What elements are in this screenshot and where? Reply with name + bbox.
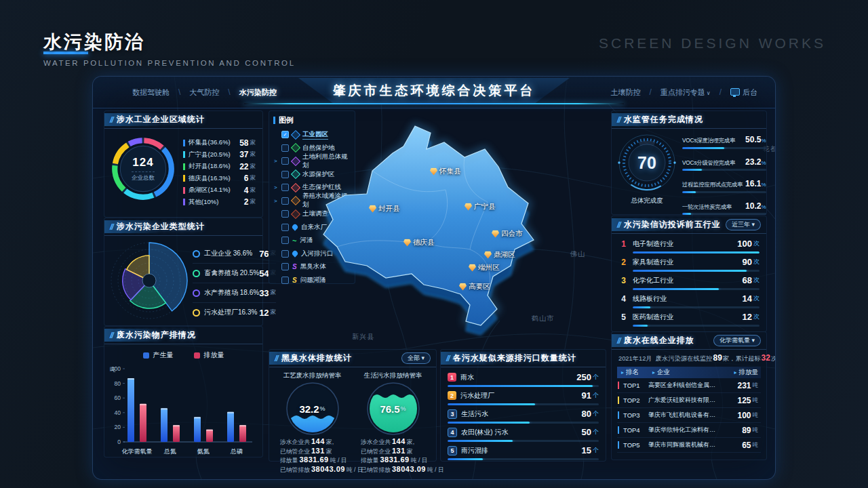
legend-value: 76 bbox=[259, 249, 269, 259]
rank-color-tick bbox=[618, 382, 619, 389]
legend-unit: 家 bbox=[250, 174, 256, 182]
map-marker-端州区[interactable]: 端州区 bbox=[469, 263, 500, 272]
online-table-header: ▸排名 ▸企业 ▸排放量 bbox=[617, 367, 761, 378]
nav-item-data-cockpit[interactable]: 数据驾驶舱 bbox=[132, 87, 170, 98]
company-cell: 肇庆市飞虹机电设备有限公司 bbox=[648, 411, 719, 420]
checkbox-checked[interactable]: ✓ bbox=[281, 131, 289, 138]
stat-line: 排放量3831.69吨 / 日 bbox=[280, 455, 353, 465]
svg-text:吨: 吨 bbox=[110, 366, 116, 373]
rank-color-tick bbox=[618, 411, 619, 419]
legend-color-tick bbox=[183, 187, 185, 194]
rank-badge: 2 bbox=[448, 391, 456, 400]
checkbox[interactable] bbox=[281, 157, 289, 165]
river-curve-icon: ~ bbox=[292, 238, 296, 243]
stat-label: 排放量 bbox=[361, 457, 378, 464]
bar-fill bbox=[633, 270, 747, 272]
stat-suffix: 家 bbox=[407, 448, 413, 455]
checkbox[interactable] bbox=[281, 171, 289, 178]
region-total-label: 企业总数 bbox=[132, 171, 155, 182]
map-marker-四会市[interactable]: 四会市 bbox=[492, 229, 523, 239]
stat-suffix: 吨 / 日 bbox=[411, 457, 428, 464]
bar-fill bbox=[633, 325, 648, 327]
stat-label: 已纳管企业 bbox=[361, 448, 391, 455]
rank-cell: TOP4 bbox=[617, 426, 648, 434]
task-metrics: VOCs深度治理完成率50.5%VOCs分级管控完成率23.2%过程监控应用试点… bbox=[678, 133, 766, 221]
nav-item-backstage[interactable]: 后台 bbox=[730, 87, 757, 98]
bar-fill bbox=[448, 440, 513, 442]
gauge-value: 70 bbox=[617, 133, 677, 192]
nav-item-air[interactable]: 大气防控 bbox=[189, 87, 219, 98]
rank-number: 3 bbox=[618, 276, 629, 285]
chevron-down-icon: ∨ bbox=[707, 90, 711, 96]
outlet-unit: 个 bbox=[593, 428, 599, 436]
map-marker-怀集县[interactable]: 怀集县 bbox=[430, 167, 461, 176]
checkbox[interactable] bbox=[281, 250, 289, 258]
stat-suffix: 家, bbox=[407, 439, 414, 445]
value-cell: 65吨 bbox=[719, 441, 761, 450]
outlet-row-top: 1雨水250个 bbox=[448, 371, 599, 383]
marker-label: 怀集县 bbox=[439, 167, 461, 176]
legend-name: 水产养殖场 18.6% bbox=[204, 288, 259, 298]
map-marker-封开县[interactable]: 封开县 bbox=[369, 204, 400, 214]
outlet-unit: 个 bbox=[593, 391, 599, 400]
svg-text:60: 60 bbox=[115, 394, 121, 401]
panel-pollutant-stats: //废水污染物产排情况 产生量 排放量 020406080100吨化学需氧量总氮… bbox=[104, 326, 263, 458]
nav-item-soil[interactable]: 土壤防控 bbox=[610, 87, 640, 98]
outlet-value: 91 bbox=[582, 390, 591, 401]
checkbox[interactable] bbox=[281, 237, 289, 244]
checkbox[interactable] bbox=[281, 144, 289, 152]
region-legend-row: 其他(10%)2家 bbox=[183, 197, 256, 209]
checkbox[interactable] bbox=[281, 277, 289, 284]
marker-label: 鼎湖区 bbox=[494, 250, 515, 260]
legend-color-tick bbox=[183, 199, 185, 205]
checkbox[interactable] bbox=[281, 210, 289, 218]
nav-separator: / bbox=[719, 87, 722, 97]
black-water-gauge: 生活污水排放纳管率76.5%涉水企业共144家,已纳管企业131家排放量3831… bbox=[353, 369, 433, 474]
page-title: 肇庆市生态环境综合决策平台 bbox=[333, 82, 536, 100]
panel-title: 黑臭水体排放统计 bbox=[281, 352, 352, 364]
location-pin-icon bbox=[459, 283, 467, 291]
industry-label: 医药制造行业 bbox=[633, 312, 673, 322]
checkbox[interactable] bbox=[281, 263, 289, 270]
checkbox[interactable] bbox=[281, 197, 289, 205]
checkbox[interactable] bbox=[281, 184, 289, 191]
complaints-filter-dropdown[interactable]: 近三年 ▾ bbox=[726, 219, 761, 230]
legend-name: 污水处理厂16.3% bbox=[204, 308, 257, 317]
outlet-value: 250 bbox=[576, 372, 591, 382]
rank-cell: TOP5 bbox=[617, 441, 648, 449]
bar-fill bbox=[682, 213, 691, 215]
task-row-top: VOCs分级管控完成率23.2% bbox=[682, 155, 766, 167]
marker-label: 广宁县 bbox=[474, 202, 496, 211]
stat-suffix: 家 bbox=[326, 448, 332, 455]
value-cell: 231吨 bbox=[719, 381, 761, 390]
stat-label: 涉水企业共 bbox=[361, 439, 391, 445]
area-polygon-icon bbox=[291, 130, 300, 140]
map-marker-高要区[interactable]: 高要区 bbox=[459, 282, 490, 291]
map-marker-德庆县[interactable]: 德庆县 bbox=[403, 238, 435, 247]
outlet-row: 4农田(林业) 污水50个 bbox=[448, 426, 599, 442]
nav-item-key-pollution[interactable]: 重点排污专题∨ bbox=[660, 87, 711, 98]
legend-unit: 家 bbox=[250, 150, 256, 159]
legend-name: 德庆县(16.3%) bbox=[189, 174, 231, 183]
black-water-filter-dropdown[interactable]: 全部 ▾ bbox=[401, 352, 431, 364]
city-map: 怀集县封开县广宁县四会市德庆县鼎湖区端州区高要区 bbox=[310, 114, 615, 365]
nav-item-water[interactable]: 水污染防控 bbox=[239, 87, 277, 98]
location-pin-icon bbox=[465, 203, 472, 211]
location-pin-icon bbox=[492, 230, 499, 238]
title-bar bbox=[273, 117, 275, 124]
discharge-unit: 吨 bbox=[753, 426, 759, 434]
map-marker-鼎湖区[interactable]: 鼎湖区 bbox=[484, 250, 515, 260]
map-marker-广宁县[interactable]: 广宁县 bbox=[465, 202, 496, 211]
online-filter-dropdown[interactable]: 化学需氧量 ▾ bbox=[713, 335, 761, 346]
legend-ring bbox=[193, 270, 200, 277]
checkbox[interactable] bbox=[281, 224, 289, 231]
legend-value: 58 bbox=[239, 138, 248, 148]
percent-unit: % bbox=[401, 405, 406, 412]
s-curve-icon: S bbox=[292, 264, 297, 270]
discharge-value: 125 bbox=[737, 396, 751, 405]
chevron-down-icon: ▾ bbox=[751, 337, 755, 344]
task-row: 一轮次活性炭完成率10.2% bbox=[682, 199, 766, 216]
panel-header-slashes: // bbox=[275, 354, 278, 363]
complaint-unit: 次 bbox=[753, 239, 760, 248]
legend-name: 其他(10%) bbox=[189, 198, 218, 207]
